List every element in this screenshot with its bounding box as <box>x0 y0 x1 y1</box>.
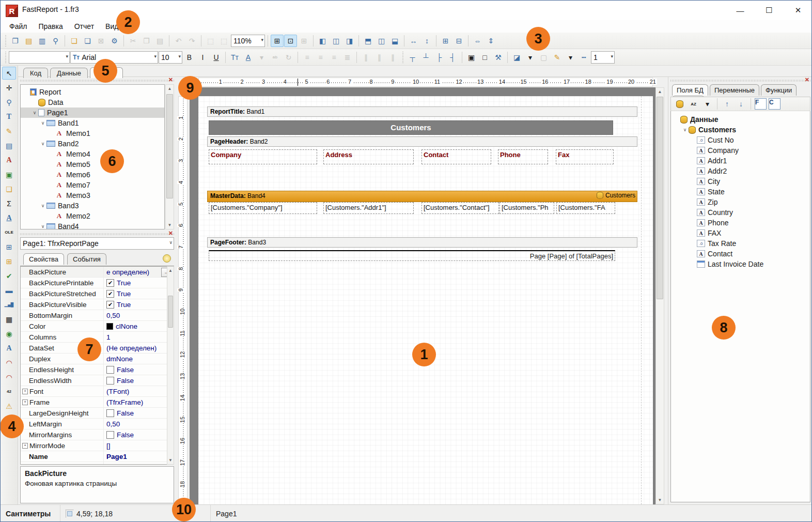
new-dialog-page-button[interactable]: ❏ <box>81 35 94 47</box>
property-value[interactable]: 1 <box>103 332 174 342</box>
scroll-thumb[interactable] <box>168 296 173 328</box>
property-row-mirrormode[interactable]: +MirrorMode[] <box>21 440 174 451</box>
draw-tool[interactable]: A <box>2 211 16 224</box>
fill-color-button[interactable]: ◪ <box>510 51 523 64</box>
preview-button[interactable]: ⚲ <box>49 35 62 47</box>
tree-item-page1[interactable]: ∨Page1 <box>21 108 164 118</box>
fill-color-dropdown[interactable]: ▾ <box>524 51 537 64</box>
property-value[interactable]: ✔True <box>103 299 174 310</box>
checkbox-icon[interactable]: ✔ <box>106 290 114 298</box>
save-report-button[interactable]: ▥ <box>36 35 49 47</box>
field-zip[interactable]: Zip <box>671 197 810 207</box>
digital-gauge-tool[interactable]: 42 <box>2 385 16 398</box>
ole-object-tool[interactable]: OLE <box>2 226 16 239</box>
snap-to-grid-button[interactable]: ⊡ <box>284 35 297 47</box>
expand-arrow-icon[interactable]: ∨ <box>681 127 689 132</box>
report-page[interactable]: ReportTitle: Band1 Customers PageHeader:… <box>198 96 653 504</box>
gauge-object-tool[interactable]: ◠ <box>2 356 16 369</box>
tree-item-band1[interactable]: ∨Band1 <box>21 118 164 128</box>
tab-variables[interactable]: Переменные <box>710 84 759 96</box>
shape-object-tool[interactable]: ⚠ <box>2 400 16 412</box>
sort-button[interactable]: AZ <box>687 98 700 110</box>
new-report-button[interactable]: ❐ <box>9 35 22 47</box>
memo-field-addr1[interactable]: [Customers."Addr1"] <box>323 202 414 214</box>
db-crosstab-object-tool[interactable]: ⊞ <box>2 255 16 268</box>
zoom-tool[interactable]: ⚲ <box>2 96 16 109</box>
toolbar-grip[interactable] <box>4 52 7 63</box>
collapse-all-button[interactable]: ↑ <box>721 98 733 110</box>
property-row-endlessheight[interactable]: EndlessHeightFalse <box>21 364 174 375</box>
edit-menu[interactable]: Правка <box>33 21 68 32</box>
line-color-dropdown[interactable]: ▾ <box>564 51 577 64</box>
datasets-button[interactable] <box>673 98 686 110</box>
tab-events[interactable]: События <box>67 253 106 265</box>
expand-arrow-icon[interactable]: ∨ <box>39 141 46 146</box>
advanced-text-tool[interactable]: A <box>2 342 16 355</box>
scroll-up-icon[interactable]: ▲ <box>656 88 664 96</box>
checkbox-icon[interactable]: ✔ <box>106 301 114 309</box>
line-color-button[interactable]: ✎ <box>551 51 564 64</box>
insert-field-button[interactable]: F <box>754 98 767 110</box>
memo-field-company[interactable]: [Customers."Company"] <box>209 202 317 214</box>
tree-item-memo1[interactable]: Memo1 <box>21 128 164 139</box>
property-value[interactable]: е определен)... <box>103 267 174 277</box>
property-row-backpictureprintable[interactable]: BackPicturePrintable✔True <box>21 278 174 288</box>
property-value[interactable]: ✔True <box>103 278 174 288</box>
text-object-tool[interactable]: A <box>2 153 16 166</box>
checkbox-icon[interactable] <box>106 409 114 417</box>
band-header-masterdata[interactable]: MasterData: Band4 Customers <box>207 191 637 202</box>
band-header-pageheader[interactable]: PageHeader: Band2 <box>207 136 637 147</box>
tree-item-band2[interactable]: ∨Band2 <box>21 139 164 149</box>
db-item-customers[interactable]: ∨Customers <box>671 125 810 135</box>
page-settings-button[interactable]: ⚙ <box>108 35 121 47</box>
band-header-reporttitle[interactable]: ReportTitle: Band1 <box>207 106 637 117</box>
canvas-scrollbar[interactable]: ▲ ▼ <box>655 87 664 504</box>
object-selector-combo[interactable]: Page1: TfrxReportPage ∨ <box>20 237 174 250</box>
picture-object-tool[interactable]: ▣ <box>2 168 16 181</box>
scroll-up-icon[interactable]: ▲ <box>166 85 174 93</box>
property-row-bottommargin[interactable]: BottomMargin0,50 <box>21 310 174 321</box>
select-tool[interactable]: ↖ <box>2 67 16 80</box>
toolbar-grip[interactable] <box>4 35 7 47</box>
minimize-button[interactable]: — <box>726 1 755 20</box>
property-value[interactable]: [] <box>103 440 174 451</box>
font-color-button[interactable]: A <box>242 51 255 64</box>
center-vertically-button[interactable]: ⊟ <box>452 35 465 47</box>
memo-contact-header[interactable]: Contact <box>421 149 491 164</box>
field-country[interactable]: Country <box>671 207 810 218</box>
gradient-object-tool[interactable]: ▬ <box>2 284 16 297</box>
font-name-combo[interactable]: TтArial▾ <box>70 51 158 64</box>
canvas-viewport[interactable]: ReportTitle: Band1 Customers PageHeader:… <box>190 87 655 504</box>
field-contact[interactable]: Contact <box>671 249 810 259</box>
tab-functions[interactable]: Функции <box>761 84 797 96</box>
field-addr1[interactable]: Addr1 <box>671 156 810 166</box>
close-button[interactable]: ✕ <box>784 1 812 20</box>
property-value[interactable]: (TfrxFrame) <box>103 397 174 407</box>
property-row-mirrormargins[interactable]: MirrorMarginsFalse <box>21 429 174 440</box>
tab-code[interactable]: Код <box>23 68 48 78</box>
subreport-object-tool[interactable]: ❏ <box>2 182 16 195</box>
maximize-button[interactable]: ☐ <box>755 1 784 20</box>
scroll-down-icon[interactable]: ▼ <box>167 456 174 464</box>
memo-field-fax[interactable]: [Customers."FA <box>556 202 615 214</box>
scroll-thumb[interactable] <box>657 97 663 299</box>
scroll-down-icon[interactable]: ▼ <box>166 221 174 229</box>
crosstab-object-tool[interactable]: ⊞ <box>2 240 16 253</box>
property-value[interactable]: (Не определен) <box>103 343 174 353</box>
property-row-backpicture[interactable]: BackPictureе определен)... <box>21 267 174 278</box>
expand-plus-icon[interactable]: + <box>22 389 28 394</box>
checkbox-object-tool[interactable]: ✔ <box>2 269 16 282</box>
line-width-combo[interactable]: 1▾ <box>591 51 615 64</box>
checkbox-icon[interactable] <box>106 431 114 439</box>
memo-field-phone[interactable]: [Customers."Ph <box>499 202 554 214</box>
close-panel-icon[interactable]: ✕ <box>168 76 173 83</box>
tab-data[interactable]: Данные <box>50 68 88 78</box>
property-row-font[interactable]: +Font(TFont) <box>21 386 174 397</box>
tree-item-memo3[interactable]: Memo3 <box>21 190 164 201</box>
expand-plus-icon[interactable]: + <box>22 443 28 449</box>
property-value[interactable]: ✔True <box>103 288 174 299</box>
scroll-thumb[interactable] <box>166 94 173 198</box>
field-cust-no[interactable]: Cust No <box>671 135 810 145</box>
panel-drag-handle[interactable]: ✕ <box>670 78 810 83</box>
property-value[interactable]: 0,50 <box>103 419 174 429</box>
